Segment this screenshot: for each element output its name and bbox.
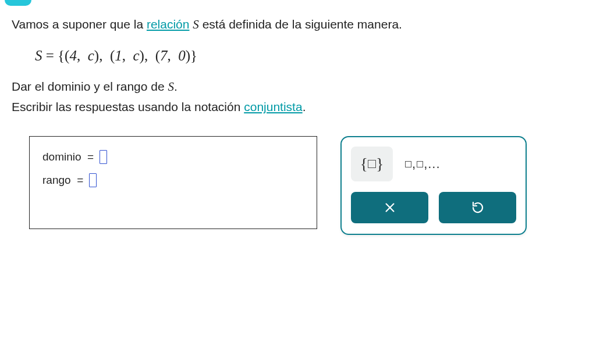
palette-action-row (351, 192, 516, 223)
list-button[interactable]: ,,... (401, 147, 444, 181)
placeholder-icon (368, 160, 376, 168)
undo-icon (471, 201, 485, 215)
intro-line: Vamos a suponer que la relación S está d… (12, 15, 595, 34)
intro-post: está definida de la siguiente manera. (199, 17, 402, 31)
set-braces-button[interactable]: {} (351, 147, 393, 181)
instr1-post: . (174, 80, 178, 93)
instr2-pre: Escribir las respuestas usando la notaci… (12, 100, 244, 113)
clear-button[interactable] (351, 192, 428, 223)
close-icon (384, 201, 396, 214)
placeholder-icon (405, 161, 411, 167)
set-notation-link[interactable]: conjuntista (244, 100, 302, 113)
dominio-label: dominio = (42, 148, 94, 165)
reset-button[interactable] (439, 192, 516, 223)
dominio-row: dominio = (42, 148, 304, 165)
instr2-post: . (303, 100, 306, 113)
palette-symbol-row: {} ,,... (351, 147, 516, 181)
instr1-var: S (168, 80, 174, 94)
intro-var: S (193, 17, 199, 31)
instruction-1: Dar el dominio y el rango de S. (12, 77, 595, 97)
status-tab (5, 0, 31, 6)
relation-link[interactable]: relación (147, 17, 190, 31)
rango-label: rango = (42, 172, 83, 188)
placeholder-icon (417, 161, 423, 167)
problem-content: Vamos a suponer que la relación S está d… (0, 0, 607, 247)
instruction-2: Escribir las respuestas usando la notaci… (12, 98, 595, 117)
work-area: dominio = rango = {} ,,... (29, 136, 595, 235)
dominio-input[interactable] (100, 150, 107, 164)
rango-input[interactable] (89, 173, 97, 187)
intro-pre: Vamos a suponer que la (12, 17, 147, 31)
rango-row: rango = (42, 172, 304, 188)
answer-box: dominio = rango = (29, 136, 317, 229)
input-palette: {} ,,... (340, 136, 527, 235)
set-definition: S = {(4, c), (1, c), (7, 0)} (35, 45, 595, 67)
instr1-pre: Dar el dominio y el rango de (12, 80, 168, 93)
